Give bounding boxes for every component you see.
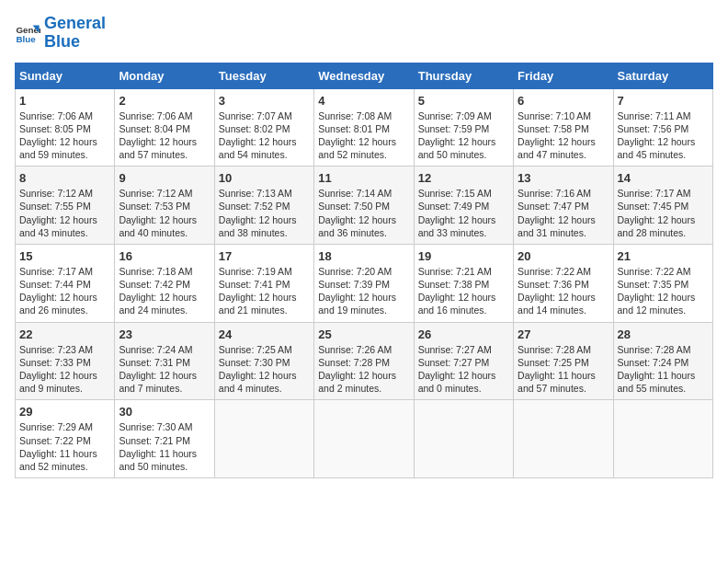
calendar-cell: 4Sunrise: 7:08 AM Sunset: 8:01 PM Daylig… bbox=[314, 88, 414, 167]
svg-text:Blue: Blue bbox=[16, 34, 36, 44]
weekday-header-sunday: Sunday bbox=[16, 63, 115, 88]
day-number: 19 bbox=[418, 249, 509, 263]
calendar-cell: 28Sunrise: 7:28 AM Sunset: 7:24 PM Dayli… bbox=[613, 322, 712, 400]
calendar-cell: 11Sunrise: 7:14 AM Sunset: 7:50 PM Dayli… bbox=[314, 167, 414, 245]
day-info: Sunrise: 7:28 AM Sunset: 7:24 PM Dayligh… bbox=[618, 343, 709, 396]
calendar-cell: 14Sunrise: 7:17 AM Sunset: 7:45 PM Dayli… bbox=[613, 167, 712, 245]
day-number: 25 bbox=[318, 327, 409, 341]
day-info: Sunrise: 7:06 AM Sunset: 8:04 PM Dayligh… bbox=[119, 109, 210, 162]
day-number: 23 bbox=[119, 327, 210, 341]
day-info: Sunrise: 7:22 AM Sunset: 7:36 PM Dayligh… bbox=[518, 265, 609, 317]
day-info: Sunrise: 7:09 AM Sunset: 7:59 PM Dayligh… bbox=[418, 109, 509, 162]
day-number: 29 bbox=[19, 405, 110, 419]
calendar-cell: 8Sunrise: 7:12 AM Sunset: 7:55 PM Daylig… bbox=[16, 167, 115, 245]
day-number: 8 bbox=[19, 171, 110, 185]
day-number: 28 bbox=[618, 327, 709, 341]
calendar-week-5: 29Sunrise: 7:29 AM Sunset: 7:22 PM Dayli… bbox=[16, 400, 713, 478]
day-number: 9 bbox=[119, 171, 210, 185]
weekday-header-wednesday: Wednesday bbox=[314, 63, 414, 88]
calendar-cell: 12Sunrise: 7:15 AM Sunset: 7:49 PM Dayli… bbox=[414, 167, 513, 245]
day-info: Sunrise: 7:14 AM Sunset: 7:50 PM Dayligh… bbox=[318, 187, 409, 239]
day-info: Sunrise: 7:29 AM Sunset: 7:22 PM Dayligh… bbox=[19, 420, 110, 473]
day-info: Sunrise: 7:21 AM Sunset: 7:38 PM Dayligh… bbox=[418, 265, 509, 317]
page-header: General Blue GeneralBlue bbox=[15, 15, 713, 52]
day-number: 7 bbox=[618, 94, 709, 108]
day-number: 10 bbox=[219, 171, 310, 185]
day-number: 13 bbox=[518, 171, 609, 185]
calendar-cell: 29Sunrise: 7:29 AM Sunset: 7:22 PM Dayli… bbox=[16, 400, 115, 478]
day-info: Sunrise: 7:11 AM Sunset: 7:56 PM Dayligh… bbox=[618, 109, 709, 162]
calendar-week-2: 8Sunrise: 7:12 AM Sunset: 7:55 PM Daylig… bbox=[16, 167, 713, 245]
day-info: Sunrise: 7:10 AM Sunset: 7:58 PM Dayligh… bbox=[518, 109, 609, 162]
day-info: Sunrise: 7:26 AM Sunset: 7:28 PM Dayligh… bbox=[318, 343, 409, 396]
day-number: 4 bbox=[318, 94, 409, 108]
day-number: 26 bbox=[418, 327, 509, 341]
day-info: Sunrise: 7:25 AM Sunset: 7:30 PM Dayligh… bbox=[219, 343, 310, 396]
day-number: 14 bbox=[618, 171, 709, 185]
calendar-cell bbox=[314, 400, 414, 478]
day-number: 27 bbox=[518, 327, 609, 341]
day-number: 2 bbox=[119, 94, 210, 108]
day-number: 18 bbox=[318, 249, 409, 263]
day-number: 17 bbox=[219, 249, 310, 263]
logo-icon: General Blue bbox=[15, 20, 40, 46]
calendar-cell: 22Sunrise: 7:23 AM Sunset: 7:33 PM Dayli… bbox=[16, 322, 115, 400]
calendar-cell bbox=[214, 400, 313, 478]
day-info: Sunrise: 7:27 AM Sunset: 7:27 PM Dayligh… bbox=[418, 343, 509, 396]
day-info: Sunrise: 7:22 AM Sunset: 7:35 PM Dayligh… bbox=[618, 265, 709, 317]
weekday-header-tuesday: Tuesday bbox=[214, 63, 313, 88]
day-info: Sunrise: 7:06 AM Sunset: 8:05 PM Dayligh… bbox=[19, 109, 110, 162]
day-info: Sunrise: 7:07 AM Sunset: 8:02 PM Dayligh… bbox=[219, 109, 310, 162]
calendar-cell: 15Sunrise: 7:17 AM Sunset: 7:44 PM Dayli… bbox=[16, 244, 115, 322]
calendar-cell: 5Sunrise: 7:09 AM Sunset: 7:59 PM Daylig… bbox=[414, 88, 513, 167]
weekday-header-monday: Monday bbox=[115, 63, 214, 88]
day-info: Sunrise: 7:28 AM Sunset: 7:25 PM Dayligh… bbox=[518, 343, 609, 396]
calendar-cell bbox=[414, 400, 513, 478]
calendar-cell bbox=[613, 400, 712, 478]
calendar-cell: 23Sunrise: 7:24 AM Sunset: 7:31 PM Dayli… bbox=[115, 322, 214, 400]
day-number: 6 bbox=[518, 94, 609, 108]
day-info: Sunrise: 7:17 AM Sunset: 7:45 PM Dayligh… bbox=[618, 187, 709, 239]
day-number: 5 bbox=[418, 94, 509, 108]
calendar-cell: 16Sunrise: 7:18 AM Sunset: 7:42 PM Dayli… bbox=[115, 244, 214, 322]
calendar-cell: 18Sunrise: 7:20 AM Sunset: 7:39 PM Dayli… bbox=[314, 244, 414, 322]
weekday-header-friday: Friday bbox=[514, 63, 613, 88]
day-info: Sunrise: 7:12 AM Sunset: 7:53 PM Dayligh… bbox=[119, 187, 210, 239]
day-info: Sunrise: 7:13 AM Sunset: 7:52 PM Dayligh… bbox=[219, 187, 310, 239]
day-number: 24 bbox=[219, 327, 310, 341]
day-info: Sunrise: 7:23 AM Sunset: 7:33 PM Dayligh… bbox=[19, 343, 110, 396]
calendar-cell: 2Sunrise: 7:06 AM Sunset: 8:04 PM Daylig… bbox=[115, 88, 214, 167]
day-number: 15 bbox=[19, 249, 110, 263]
day-info: Sunrise: 7:08 AM Sunset: 8:01 PM Dayligh… bbox=[318, 109, 409, 162]
calendar-week-1: 1Sunrise: 7:06 AM Sunset: 8:05 PM Daylig… bbox=[16, 88, 713, 167]
calendar-cell bbox=[514, 400, 613, 478]
day-number: 22 bbox=[19, 327, 110, 341]
calendar-cell: 7Sunrise: 7:11 AM Sunset: 7:56 PM Daylig… bbox=[613, 88, 712, 167]
calendar-cell: 1Sunrise: 7:06 AM Sunset: 8:05 PM Daylig… bbox=[16, 88, 115, 167]
calendar-cell: 27Sunrise: 7:28 AM Sunset: 7:25 PM Dayli… bbox=[514, 322, 613, 400]
calendar-cell: 25Sunrise: 7:26 AM Sunset: 7:28 PM Dayli… bbox=[314, 322, 414, 400]
day-number: 21 bbox=[618, 249, 709, 263]
day-info: Sunrise: 7:30 AM Sunset: 7:21 PM Dayligh… bbox=[119, 420, 210, 473]
day-number: 3 bbox=[219, 94, 310, 108]
day-info: Sunrise: 7:16 AM Sunset: 7:47 PM Dayligh… bbox=[518, 187, 609, 239]
calendar-cell: 13Sunrise: 7:16 AM Sunset: 7:47 PM Dayli… bbox=[514, 167, 613, 245]
day-info: Sunrise: 7:20 AM Sunset: 7:39 PM Dayligh… bbox=[318, 265, 409, 317]
calendar-cell: 20Sunrise: 7:22 AM Sunset: 7:36 PM Dayli… bbox=[514, 244, 613, 322]
calendar-cell: 30Sunrise: 7:30 AM Sunset: 7:21 PM Dayli… bbox=[115, 400, 214, 478]
day-info: Sunrise: 7:12 AM Sunset: 7:55 PM Dayligh… bbox=[19, 187, 110, 239]
day-info: Sunrise: 7:19 AM Sunset: 7:41 PM Dayligh… bbox=[219, 265, 310, 317]
day-info: Sunrise: 7:15 AM Sunset: 7:49 PM Dayligh… bbox=[418, 187, 509, 239]
calendar-cell: 10Sunrise: 7:13 AM Sunset: 7:52 PM Dayli… bbox=[214, 167, 313, 245]
day-number: 12 bbox=[418, 171, 509, 185]
calendar-cell: 21Sunrise: 7:22 AM Sunset: 7:35 PM Dayli… bbox=[613, 244, 712, 322]
day-number: 16 bbox=[119, 249, 210, 263]
day-number: 20 bbox=[518, 249, 609, 263]
weekday-header-saturday: Saturday bbox=[613, 63, 712, 88]
day-info: Sunrise: 7:18 AM Sunset: 7:42 PM Dayligh… bbox=[119, 265, 210, 317]
calendar-cell: 6Sunrise: 7:10 AM Sunset: 7:58 PM Daylig… bbox=[514, 88, 613, 167]
logo: General Blue GeneralBlue bbox=[15, 15, 106, 52]
calendar-cell: 9Sunrise: 7:12 AM Sunset: 7:53 PM Daylig… bbox=[115, 167, 214, 245]
calendar-cell: 17Sunrise: 7:19 AM Sunset: 7:41 PM Dayli… bbox=[214, 244, 313, 322]
day-number: 11 bbox=[318, 171, 409, 185]
